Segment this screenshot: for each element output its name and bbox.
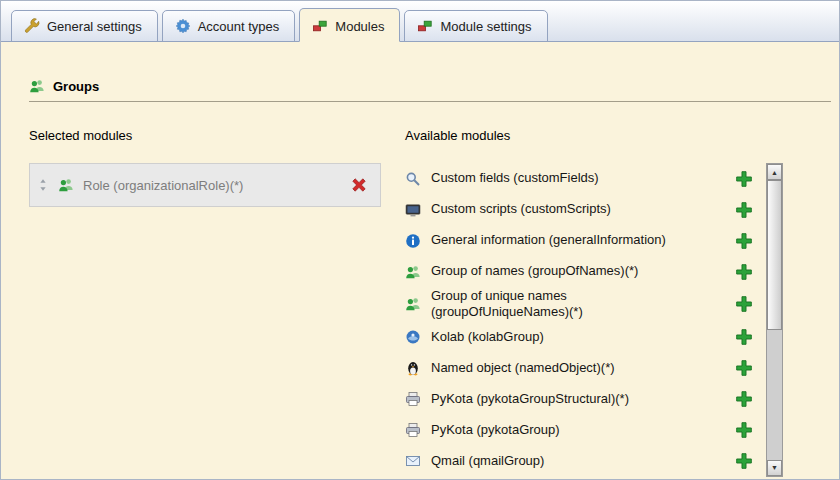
modules-columns: Selected modules Role (organizationalRol… <box>29 128 783 477</box>
tux-icon <box>405 360 421 376</box>
module-label: Custom scripts (customScripts) <box>431 201 735 217</box>
tab-general-settings[interactable]: General settings <box>11 10 158 42</box>
module-label: PyKota (pykotaGroup) <box>431 422 735 438</box>
tab-module-settings[interactable]: Module settings <box>404 10 547 42</box>
add-module-button[interactable] <box>735 170 753 188</box>
remove-module-button[interactable] <box>350 176 368 194</box>
drag-handle-icon[interactable] <box>36 178 50 192</box>
add-icon <box>735 390 753 408</box>
add-module-button[interactable] <box>735 359 753 377</box>
module-label: PyKota (pykotaGroupStructural)(*) <box>431 391 735 407</box>
tab-label: Modules <box>335 19 384 34</box>
group-icon <box>405 264 421 280</box>
delete-icon <box>350 176 368 194</box>
printer-icon <box>405 422 421 438</box>
add-icon <box>735 295 753 313</box>
gear-icon <box>175 18 191 34</box>
group-icon <box>58 177 74 193</box>
mail-icon <box>405 453 421 469</box>
add-icon <box>735 452 753 470</box>
add-module-button[interactable] <box>735 390 753 408</box>
selected-module-label: Role (organizationalRole)(*) <box>83 178 350 193</box>
add-module-button[interactable] <box>735 421 753 439</box>
group-icon <box>405 296 421 312</box>
available-module-row: Kolab (kolabGroup) <box>405 322 766 353</box>
down-arrow-icon: ▼ <box>771 464 778 471</box>
available-module-row: Group of names (groupOfNames)(*) <box>405 256 766 287</box>
groups-icon <box>29 78 45 94</box>
available-module-row: PyKota (pykotaGroupStructural)(*) <box>405 384 766 415</box>
add-icon <box>735 328 753 346</box>
modules-icon <box>312 18 328 34</box>
available-modules-column: Available modules Custom fields (customF… <box>405 128 783 477</box>
scroll-up-button[interactable]: ▲ <box>767 164 782 180</box>
add-icon <box>735 201 753 219</box>
available-modules-heading: Available modules <box>405 128 783 143</box>
available-module-row: Custom scripts (customScripts) <box>405 194 766 225</box>
info-icon <box>405 233 421 249</box>
add-module-button[interactable] <box>735 232 753 250</box>
up-arrow-icon: ▲ <box>771 169 778 176</box>
add-module-button[interactable] <box>735 201 753 219</box>
module-label: Group of names (groupOfNames)(*) <box>431 263 735 279</box>
available-module-row: PyKota (pykotaGroup) <box>405 415 766 446</box>
tab-label: Account types <box>198 19 280 34</box>
selected-modules-column: Selected modules Role (organizationalRol… <box>29 128 381 477</box>
add-module-button[interactable] <box>735 295 753 313</box>
add-icon <box>735 421 753 439</box>
printer-icon <box>405 391 421 407</box>
module-label: Qmail (qmailGroup) <box>431 453 735 469</box>
page: General settings Account types Modules M… <box>0 0 840 480</box>
kolab-icon <box>405 329 421 345</box>
add-icon <box>735 263 753 281</box>
selected-modules-heading: Selected modules <box>29 128 381 143</box>
scrollbar[interactable]: ▲ ▼ <box>766 163 783 477</box>
available-module-row: Named object (namedObject)(*) <box>405 353 766 384</box>
add-module-button[interactable] <box>735 452 753 470</box>
tab-label: General settings <box>47 19 142 34</box>
available-modules-list: Custom fields (customFields) Custom scri… <box>405 163 766 477</box>
magnifier-icon <box>405 171 421 187</box>
selected-module-row: Role (organizationalRole)(*) <box>29 163 381 207</box>
scrollbar-thumb[interactable] <box>767 180 782 330</box>
add-icon <box>735 232 753 250</box>
module-label: Kolab (kolabGroup) <box>431 329 735 345</box>
module-label: General information (generalInformation) <box>431 232 735 248</box>
add-module-button[interactable] <box>735 263 753 281</box>
add-module-button[interactable] <box>735 328 753 346</box>
add-icon <box>735 170 753 188</box>
section-header: Groups <box>29 78 831 102</box>
tab-bar: General settings Account types Modules M… <box>1 1 839 42</box>
available-module-row: Group of unique names (groupOfUniqueName… <box>405 287 766 322</box>
tab-label: Module settings <box>440 19 531 34</box>
available-module-row: Qmail (qmailGroup) <box>405 446 766 477</box>
tab-account-types[interactable]: Account types <box>162 10 296 42</box>
tab-modules[interactable]: Modules <box>299 8 400 42</box>
module-label: Group of unique names (groupOfUniqueName… <box>431 288 735 321</box>
scroll-down-button[interactable]: ▼ <box>767 460 782 476</box>
section-title: Groups <box>53 79 99 94</box>
available-module-row: General information (generalInformation) <box>405 225 766 256</box>
modules-icon <box>417 18 433 34</box>
available-modules-list-wrap: Custom fields (customFields) Custom scri… <box>405 163 783 477</box>
add-icon <box>735 359 753 377</box>
terminal-icon <box>405 202 421 218</box>
wrench-icon <box>24 18 40 34</box>
module-label: Custom fields (customFields) <box>431 170 735 186</box>
available-module-row: Custom fields (customFields) <box>405 163 766 194</box>
module-label: Named object (namedObject)(*) <box>431 360 735 376</box>
